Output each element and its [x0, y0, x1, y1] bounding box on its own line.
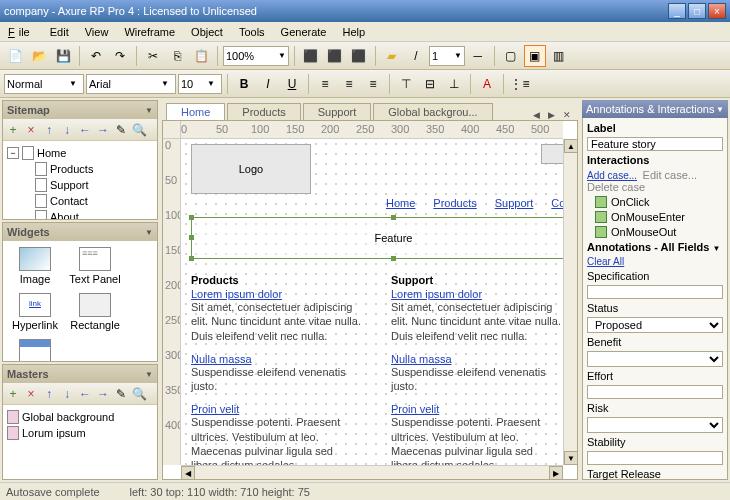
scroll-up-icon[interactable]: ▲	[564, 139, 578, 153]
line-icon[interactable]: /	[405, 45, 427, 67]
tab-products[interactable]: Products	[227, 103, 300, 120]
search-icon[interactable]: 🔍	[131, 122, 147, 138]
status-select[interactable]: Proposed	[587, 317, 723, 333]
scroll-down-icon[interactable]: ▼	[564, 451, 578, 465]
chevron-down-icon[interactable]: ▼	[145, 106, 153, 115]
open-icon[interactable]: 📂	[28, 45, 50, 67]
tab-global[interactable]: Global backgrou...	[373, 103, 492, 120]
chevron-down-icon[interactable]: ▼	[713, 244, 721, 253]
paste-icon[interactable]: 📋	[190, 45, 212, 67]
nav-support[interactable]: Support	[495, 197, 534, 209]
edit-case-link[interactable]: Edit case...	[643, 169, 697, 181]
tab-prev-icon[interactable]: ◀	[530, 110, 543, 120]
menu-file[interactable]: File	[4, 24, 38, 40]
widget-image[interactable]: Image	[7, 245, 63, 287]
maximize-button[interactable]: □	[688, 3, 706, 19]
close-button[interactable]: ×	[708, 3, 726, 19]
cut-icon[interactable]: ✂	[142, 45, 164, 67]
line-width[interactable]: ▼	[429, 46, 465, 66]
nav-contact[interactable]: Contact	[551, 197, 563, 209]
left-icon[interactable]: ←	[77, 386, 93, 402]
scrollbar-horizontal[interactable]: ◀ ▶	[181, 465, 563, 479]
resize-handle[interactable]	[189, 256, 194, 261]
wf-box[interactable]	[541, 144, 563, 164]
masters-header[interactable]: Masters▼	[3, 365, 157, 383]
chevron-down-icon[interactable]: ▼	[454, 51, 462, 60]
wf-link[interactable]: Lorem ipsum dolor	[191, 288, 361, 300]
right-icon[interactable]: →	[95, 122, 111, 138]
wf-link[interactable]: Nulla massa	[191, 353, 361, 365]
stability-input[interactable]	[587, 451, 723, 465]
line-style-icon[interactable]: ─	[467, 45, 489, 67]
scrollbar-vertical[interactable]: ▲ ▼	[563, 139, 577, 465]
widget-rectangle[interactable]: Rectangle	[67, 291, 123, 333]
up-icon[interactable]: ↑	[41, 386, 57, 402]
wf-feature-selected[interactable]: Feature	[191, 217, 563, 259]
benefit-select[interactable]	[587, 351, 723, 367]
valign-top-icon[interactable]: ⊤	[395, 73, 417, 95]
master-lorum[interactable]: Lorum ipsum	[7, 425, 153, 441]
resize-handle[interactable]	[391, 215, 396, 220]
tree-node-about[interactable]: About	[7, 209, 153, 219]
clear-all-link[interactable]: Clear All	[587, 256, 723, 267]
font-combo[interactable]: ▼	[86, 74, 176, 94]
up-icon[interactable]: ↑	[41, 122, 57, 138]
left-icon[interactable]: ←	[77, 122, 93, 138]
zoom-combo[interactable]: ▼	[223, 46, 289, 66]
menu-help[interactable]: Help	[338, 24, 369, 40]
layout-3-icon[interactable]: ▥	[548, 45, 570, 67]
edit-icon[interactable]: ✎	[113, 386, 129, 402]
master-global-bg[interactable]: Global background	[7, 409, 153, 425]
text-color-icon[interactable]: A	[476, 73, 498, 95]
add-page-icon[interactable]: +	[5, 122, 21, 138]
add-master-icon[interactable]: +	[5, 386, 21, 402]
minimize-button[interactable]: _	[668, 3, 686, 19]
valign-bottom-icon[interactable]: ⊥	[443, 73, 465, 95]
wf-link[interactable]: Lorem ipsum dolor	[391, 288, 561, 300]
tree-node-home[interactable]: −Home	[7, 145, 153, 161]
chevron-down-icon[interactable]: ▼	[69, 79, 77, 88]
widget-hyperlink[interactable]: linkHyperlink	[7, 291, 63, 333]
layout-1-icon[interactable]: ▢	[500, 45, 522, 67]
wf-link[interactable]: Proin velit	[191, 403, 361, 415]
layout-2-icon[interactable]: ▣	[524, 45, 546, 67]
resize-handle[interactable]	[189, 215, 194, 220]
tree-node-products[interactable]: Products	[7, 161, 153, 177]
down-icon[interactable]: ↓	[59, 386, 75, 402]
redo-icon[interactable]: ↷	[109, 45, 131, 67]
wireframe-page[interactable]: Logo Home Products Support Contact About…	[181, 139, 563, 465]
scroll-right-icon[interactable]: ▶	[549, 466, 563, 480]
widgets-header[interactable]: Widgets▼	[3, 223, 157, 241]
search-icon[interactable]: 🔍	[131, 386, 147, 402]
delete-master-icon[interactable]: ×	[23, 386, 39, 402]
tree-node-support[interactable]: Support	[7, 177, 153, 193]
chevron-down-icon[interactable]: ▼	[145, 370, 153, 379]
allfields-label[interactable]: Annotations - All Fields ▼	[587, 241, 723, 253]
event-onmouseenter[interactable]: OnMouseEnter	[587, 211, 723, 223]
menu-generate[interactable]: Generate	[277, 24, 331, 40]
add-case-link[interactable]: Add case...	[587, 170, 637, 181]
bold-icon[interactable]: B	[233, 73, 255, 95]
new-icon[interactable]: 📄	[4, 45, 26, 67]
align-right-text-icon[interactable]: ≡	[362, 73, 384, 95]
collapse-icon[interactable]: −	[7, 147, 19, 159]
copy-icon[interactable]: ⎘	[166, 45, 188, 67]
right-icon[interactable]: →	[95, 386, 111, 402]
menu-object[interactable]: Object	[187, 24, 227, 40]
chevron-down-icon[interactable]: ▼	[161, 79, 169, 88]
menu-edit[interactable]: Edit	[46, 24, 73, 40]
delete-case-link[interactable]: Delete case	[587, 181, 645, 193]
canvas[interactable]: Logo Home Products Support Contact About…	[181, 139, 563, 465]
wf-link[interactable]: Nulla massa	[391, 353, 561, 365]
align-top-icon[interactable]: ⬛	[348, 45, 370, 67]
widget-textpanel[interactable]: ≡≡≡Text Panel	[67, 245, 123, 287]
event-onmouseout[interactable]: OnMouseOut	[587, 226, 723, 238]
edit-page-icon[interactable]: ✎	[113, 122, 129, 138]
wf-logo[interactable]: Logo	[191, 144, 311, 194]
menu-view[interactable]: View	[81, 24, 113, 40]
style-combo[interactable]: ▼	[4, 74, 84, 94]
spec-input[interactable]	[587, 285, 723, 299]
tree-node-contact[interactable]: Contact	[7, 193, 153, 209]
down-icon[interactable]: ↓	[59, 122, 75, 138]
chevron-down-icon[interactable]: ▼	[716, 105, 724, 114]
